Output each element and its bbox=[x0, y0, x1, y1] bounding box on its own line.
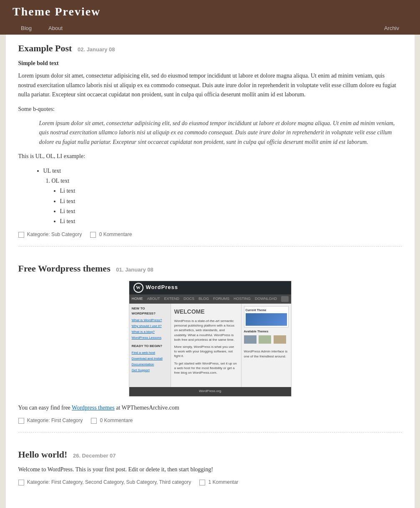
post-title: Hello world! 26. December 07 bbox=[18, 449, 116, 460]
category-link[interactable]: Second Category bbox=[85, 479, 123, 485]
wp-cta-text: To get started with WordPress, set it up… bbox=[174, 361, 238, 375]
meta-category-section: Kategorie: First Category, Second Catego… bbox=[18, 479, 191, 485]
wp-nav-forums: FORUMS bbox=[213, 296, 229, 302]
post-content: Simple bold text Lorem ipsum dolor sit a… bbox=[18, 59, 402, 226]
post-title-row: Hello world! 26. December 07 bbox=[18, 449, 402, 460]
wp-theme-thumb bbox=[244, 335, 257, 344]
wp-current-theme-label: Current Theme bbox=[246, 308, 287, 312]
post-example-post: Example Post 02. January 08 Simple bold … bbox=[18, 43, 402, 246]
wp-main-area: WELCOME WordPress is a state-of-the-art … bbox=[171, 304, 241, 387]
wp-sidebar-link[interactable]: WordPress Lessons bbox=[132, 335, 168, 341]
wp-nav-docs: DOCS bbox=[184, 296, 194, 302]
list-item: Li text bbox=[60, 217, 402, 226]
nav-archiv[interactable]: Archiv bbox=[376, 22, 407, 35]
category-link[interactable]: Sub Category bbox=[51, 231, 82, 237]
wp-logo-circle: W bbox=[133, 283, 143, 293]
list-item: Li text bbox=[60, 197, 402, 206]
kategorie-label: Kategorie: bbox=[27, 417, 50, 423]
wordpress-screenshot: W WordPress HOME ABOUT EXTEND DOCS BLOG … bbox=[129, 281, 292, 397]
post-title-link[interactable]: Hello world! bbox=[18, 449, 68, 460]
li-list: Li text Li text Li text Li text bbox=[60, 186, 402, 226]
find-free-before: You can easy find free bbox=[18, 405, 72, 411]
wp-nav-extend: EXTEND bbox=[164, 296, 180, 302]
post-title: Example Post 02. January 08 bbox=[18, 43, 115, 53]
wp-description: WordPress is a state-of-the-art semantic… bbox=[174, 319, 238, 342]
wp-friendliest-text: WordPress Admin interface is one of the … bbox=[244, 349, 289, 358]
post-blockquote: Lorem ipsum dolor sit amet, consectetur … bbox=[35, 119, 402, 147]
wp-sidebar-new: NEW TO WORDPRESS? What is WordPress? Why… bbox=[132, 306, 168, 341]
category-icon bbox=[18, 480, 24, 485]
wp-sidebar-link[interactable]: What is a blog? bbox=[132, 329, 168, 335]
comments-link[interactable]: 1 Kommentar bbox=[209, 479, 239, 485]
post-title: Free Wordpress themes 01. January 08 bbox=[18, 263, 153, 274]
post-date: 01. January 08 bbox=[116, 267, 153, 273]
category-icon bbox=[18, 418, 24, 424]
post-date: 26. December 07 bbox=[73, 453, 116, 459]
wp-available-themes-label: Available Themes bbox=[244, 329, 289, 334]
wp-sidebar-link[interactable]: Download and Install bbox=[132, 356, 168, 362]
wp-sidebar-link[interactable]: Why should I use it? bbox=[132, 324, 168, 329]
wp-sidebar-link[interactable]: What is WordPress? bbox=[132, 318, 168, 323]
wp-nav-blog: BLOG bbox=[199, 296, 209, 302]
comment-icon bbox=[199, 480, 205, 485]
wp-nav-download: DOWNLOAD bbox=[255, 296, 277, 302]
wp-sidebar-link[interactable]: Get Support bbox=[132, 368, 168, 373]
post-meta: Kategorie: First Category 0 Kommentare bbox=[18, 417, 402, 424]
comment-icon bbox=[91, 418, 97, 424]
comments-link[interactable]: 0 Kommentare bbox=[100, 417, 133, 423]
kategorie-label: Kategorie: bbox=[27, 231, 50, 237]
post-title-row: Example Post 02. January 08 bbox=[18, 43, 402, 54]
wp-header-bar: W WordPress bbox=[129, 281, 291, 294]
post-hello-world: Hello world! 26. December 07 Welcome to … bbox=[18, 449, 402, 494]
category-link[interactable]: First Category bbox=[51, 479, 82, 485]
category-link[interactable]: First Category bbox=[51, 417, 83, 423]
wp-sidebar-ready-title: READY TO BEGIN? bbox=[132, 344, 168, 349]
comment-icon bbox=[90, 232, 96, 238]
post-meta: Kategorie: First Category, Second Catego… bbox=[18, 479, 402, 485]
wp-sidebar-link[interactable]: Find a web host bbox=[132, 350, 168, 356]
main-content: Example Post 02. January 08 Simple bold … bbox=[6, 35, 415, 508]
post-title-link[interactable]: Free Wordpress themes bbox=[18, 263, 111, 274]
ol-list: OL text bbox=[52, 176, 402, 186]
category-link[interactable]: Sub Category bbox=[126, 479, 157, 485]
hello-world-paragraph: Welcome to WordPress. This is your first… bbox=[18, 465, 402, 474]
wp-logo: W WordPress bbox=[133, 283, 178, 293]
wp-welcome: WELCOME bbox=[174, 307, 238, 316]
post-meta: Kategorie: Sub Category 0 Kommentare bbox=[18, 231, 402, 238]
meta-category-section: Kategorie: Sub Category bbox=[18, 231, 82, 238]
nav-about[interactable]: About bbox=[40, 22, 71, 35]
category-icon bbox=[18, 232, 24, 238]
wp-current-theme: Current Theme bbox=[244, 306, 289, 327]
meta-comments-section: 0 Kommentare bbox=[91, 417, 133, 424]
wp-theme-thumbs bbox=[244, 335, 289, 347]
wp-nav-hosting: HOSTING bbox=[234, 296, 251, 302]
main-nav: Blog About Archiv bbox=[13, 22, 407, 35]
wordpress-themes-link[interactable]: Wordpress themes bbox=[72, 405, 115, 411]
wp-sidebar: NEW TO WORDPRESS? What is WordPress? Why… bbox=[129, 304, 171, 387]
category-link[interactable]: Third category bbox=[159, 479, 191, 485]
post-date: 02. January 08 bbox=[78, 46, 115, 53]
nav-blog[interactable]: Blog bbox=[13, 22, 40, 35]
wp-right-panel: Current Theme Available Themes WordPress… bbox=[241, 304, 291, 387]
meta-comments-section: 1 Kommentar bbox=[199, 479, 238, 485]
wp-more-text: More simply, WordPress is what you use t… bbox=[174, 345, 238, 359]
wp-body: NEW TO WORDPRESS? What is WordPress? Why… bbox=[129, 304, 291, 387]
ul-list: UL text bbox=[43, 166, 402, 176]
wp-theme-thumb bbox=[259, 335, 271, 344]
wp-sidebar-new-title: NEW TO WORDPRESS? bbox=[132, 306, 168, 317]
wp-nav-about: ABOUT bbox=[147, 296, 160, 302]
meta-comments-section: 0 Kommentare bbox=[90, 231, 132, 238]
find-free-text: You can easy find free Wordpress themes … bbox=[18, 403, 402, 412]
list-section: UL text OL text Li text Li text Li text … bbox=[18, 166, 402, 226]
kategorie-label: Kategorie: bbox=[27, 479, 50, 485]
wp-theme-thumb bbox=[274, 335, 286, 344]
wp-nav-search bbox=[281, 296, 288, 302]
wp-logo-text: WordPress bbox=[146, 283, 178, 292]
list-item: Li text bbox=[60, 186, 402, 196]
comments-link[interactable]: 0 Kommentare bbox=[99, 231, 132, 237]
site-title: Theme Preview bbox=[13, 5, 407, 22]
post-free-wordpress-themes: Free Wordpress themes 01. January 08 W W… bbox=[18, 263, 402, 433]
post-title-link[interactable]: Example Post bbox=[18, 43, 72, 53]
wp-footer-text: WordPress.org bbox=[199, 389, 221, 394]
wp-sidebar-link[interactable]: Documentation bbox=[132, 362, 168, 367]
